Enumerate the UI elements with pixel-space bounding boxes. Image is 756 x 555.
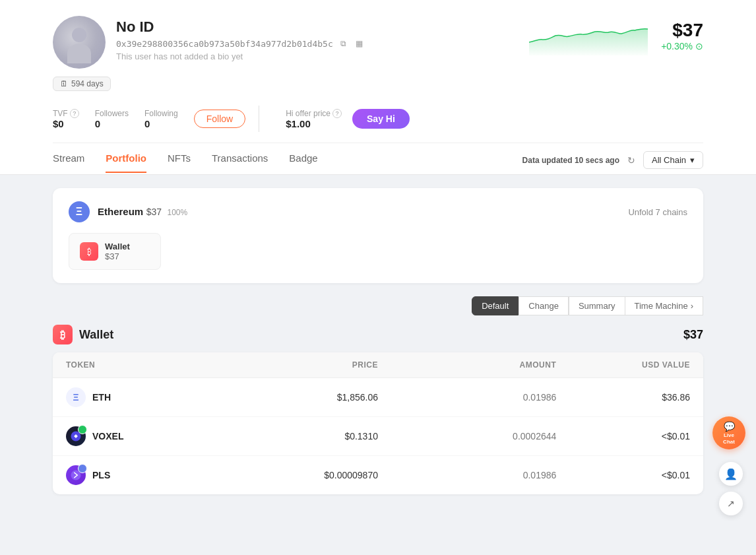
tab-transactions[interactable]: Transactions <box>212 152 268 173</box>
chart-value-block: $37 +0.30% ⊙ <box>661 20 703 51</box>
th-usd-value: USD Value <box>556 360 690 370</box>
profile-name: No ID <box>116 18 365 36</box>
tvf-info-icon[interactable]: ? <box>70 109 79 118</box>
qr-icon[interactable]: ▦ <box>354 38 365 49</box>
pls-symbol: PLS <box>92 470 110 480</box>
unfold-chains-link[interactable]: Unfold 7 chains <box>628 207 687 217</box>
profile-address-row: 0x39e298800356ca0b973a50bf34a977d2b01d4b… <box>116 38 365 49</box>
profile-chart-area: $37 +0.30% ⊙ <box>529 16 703 55</box>
eth-usd-value: $36.86 <box>556 392 690 403</box>
pls-usd-value: <$0.01 <box>556 470 690 480</box>
voxel-amount: 0.0002644 <box>378 431 556 441</box>
side-user-button[interactable]: 👤 <box>719 462 743 486</box>
table-row: Ξ ETH $1,856.06 0.01986 $36.86 <box>53 378 703 417</box>
profile-address: 0x39e298800356ca0b973a50bf34a977d2b01d4b… <box>116 39 333 49</box>
svg-point-1 <box>75 436 77 438</box>
view-change-button[interactable]: Change <box>519 296 569 315</box>
main-content: Ξ Ethereum $37 100% Unfold 7 chains ₿ Wa… <box>0 175 756 507</box>
profile-info: No ID 0x39e298800356ca0b973a50bf34a977d2… <box>116 16 365 61</box>
ethereum-icon: Ξ <box>69 201 90 222</box>
token-table: Token Price Amount USD Value Ξ ETH $1,85… <box>53 352 703 494</box>
th-price: Price <box>244 360 378 370</box>
voxel-token-icon <box>66 426 86 446</box>
tab-stream[interactable]: Stream <box>53 152 84 173</box>
portfolio-change: +0.30% ⊙ <box>661 41 703 51</box>
chain-select[interactable]: All Chain ▾ <box>643 151 703 169</box>
hi-offer-section: Hi offer price ? $1.00 <box>286 109 342 129</box>
wallet-sub-info: Wallet $37 <box>105 242 130 261</box>
profile-section: No ID 0x39e298800356ca0b973a50bf34a977d2… <box>0 0 756 175</box>
following-value: 0 <box>144 118 178 129</box>
followers-stat: Followers 0 <box>95 109 129 129</box>
th-amount: Amount <box>378 360 556 370</box>
chain-row: Ξ Ethereum $37 100% Unfold 7 chains <box>69 201 687 222</box>
update-time: 10 secs ago <box>575 156 619 165</box>
data-updated-text: Data updated 10 secs ago <box>522 156 619 165</box>
chevron-down-icon: ▾ <box>690 155 695 165</box>
hi-offer-value: $1.00 <box>286 118 342 129</box>
change-info-icon[interactable]: ⊙ <box>695 41 703 51</box>
side-share-button[interactable]: ↗ <box>719 492 743 515</box>
voxel-usd-value: <$0.01 <box>556 431 690 441</box>
view-summary-button[interactable]: Summary <box>569 296 625 315</box>
tvf-stat: TVF ? $0 <box>53 109 79 129</box>
table-row: VOXEL $0.1310 0.0002644 <$0.01 <box>53 417 703 456</box>
profile-bio: This user has not added a bio yet <box>116 51 365 61</box>
portfolio-card: Ξ Ethereum $37 100% Unfold 7 chains ₿ Wa… <box>53 188 703 283</box>
live-chat-button[interactable]: 💬 Live Chat <box>712 416 745 449</box>
days-badge: 🗓 594 days <box>53 77 111 91</box>
table-header: Token Price Amount USD Value <box>53 352 703 378</box>
eth-amount: 0.01986 <box>378 392 556 403</box>
pls-token-icon <box>66 465 86 485</box>
tab-portfolio[interactable]: Portfolio <box>106 152 146 173</box>
eth-token-icon: Ξ <box>66 387 86 407</box>
pls-amount: 0.01986 <box>378 470 556 480</box>
wallet-sub-card[interactable]: ₿ Wallet $37 <box>69 233 161 270</box>
view-default-button[interactable]: Default <box>472 296 519 315</box>
voxel-price: $0.1310 <box>244 431 378 441</box>
eth-price: $1,856.06 <box>244 392 378 403</box>
follow-button[interactable]: Follow <box>194 110 245 128</box>
tabs-row: Stream Portfolio NFTs Transactions Badge… <box>53 143 703 174</box>
time-machine-button[interactable]: Time Machine › <box>625 296 704 315</box>
days-value: 594 days <box>71 79 104 88</box>
voxel-symbol: VOXEL <box>92 431 123 441</box>
profile-left: No ID 0x39e298800356ca0b973a50bf34a977d2… <box>53 16 365 69</box>
profile-stats: TVF ? $0 Followers 0 Following 0 Follow … <box>53 96 703 137</box>
wallet-section-header: ₿ Wallet $37 <box>53 325 703 344</box>
tvf-value: $0 <box>53 118 79 129</box>
stat-divider <box>259 106 259 132</box>
avatar <box>53 16 106 69</box>
tabs-right: Data updated 10 secs ago ↻ All Chain ▾ <box>522 151 703 174</box>
portfolio-chart <box>529 16 648 55</box>
say-hi-button[interactable]: Say Hi <box>352 109 410 129</box>
user-icon: 👤 <box>724 468 738 480</box>
share-icon: ↗ <box>727 498 735 509</box>
chain-name: Ethereum $37 100% <box>98 206 187 218</box>
svg-point-2 <box>71 471 81 480</box>
copy-icon[interactable]: ⧉ <box>338 38 349 49</box>
tabs-left: Stream Portfolio NFTs Transactions Badge <box>53 152 318 173</box>
table-row: PLS $0.00009870 0.01986 <$0.01 <box>53 456 703 494</box>
th-token: Token <box>66 360 244 370</box>
following-stat: Following 0 <box>144 109 178 129</box>
portfolio-total-value: $37 <box>661 20 703 41</box>
wallet-section-title: ₿ Wallet <box>53 325 113 344</box>
token-cell-voxel: VOXEL <box>66 426 244 446</box>
chat-icon: 💬 <box>724 420 735 432</box>
pls-price: $0.00009870 <box>244 470 378 480</box>
wallet-sub-icon: ₿ <box>80 242 98 261</box>
refresh-icon[interactable]: ↻ <box>627 155 635 166</box>
eth-symbol: ETH <box>92 392 111 403</box>
tab-badge[interactable]: Badge <box>289 152 317 173</box>
wallet-total-value: $37 <box>683 328 703 342</box>
profile-top: No ID 0x39e298800356ca0b973a50bf34a977d2… <box>53 16 703 69</box>
view-toggle-row: Default Change Summary Time Machine › <box>53 296 703 315</box>
calendar-icon: 🗓 <box>60 79 68 88</box>
hi-offer-info-icon[interactable]: ? <box>332 109 342 118</box>
tab-nfts[interactable]: NFTs <box>168 152 191 173</box>
token-cell-eth: Ξ ETH <box>66 387 244 407</box>
chevron-right-icon: › <box>691 301 693 311</box>
token-cell-pls: PLS <box>66 465 244 485</box>
wallet-main-icon: ₿ <box>53 325 73 344</box>
